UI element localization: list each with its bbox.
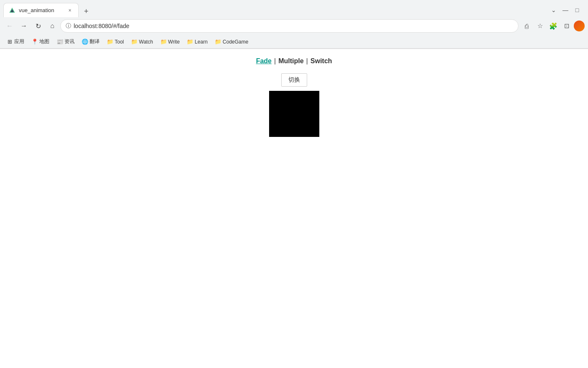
bookmark-learn-label: Learn [195,39,208,45]
apps-grid-icon: ⊞ [7,39,13,45]
bookmark-learn[interactable]: 📁 Learn [184,38,211,46]
bookmark-translate[interactable]: 🌐 翻译 [79,37,103,46]
nav-bar: ← → ↻ ⌂ ⓘ localhost:8080/#/fade ⎙ ☆ 🧩 [0,17,588,35]
bookmark-apps-label: 应用 [14,38,24,45]
bookmark-codegame-label: CodeGame [223,39,248,45]
separator-1: | [274,57,276,65]
tab-close-button[interactable]: × [67,7,73,14]
extensions-button[interactable]: 🧩 [547,20,560,32]
folder-icon-learn: 📁 [187,39,193,45]
page-content: Fade | Multiple | Switch 切换 [0,49,588,368]
bookmark-translate-label: 翻译 [90,38,100,45]
bookmark-news-label: 资讯 [64,38,74,45]
folder-icon-codegame: 📁 [215,39,221,45]
security-icon: ⓘ [66,22,71,30]
bookmark-watch-label: Watch [139,39,153,45]
nav-actions: ⎙ ☆ 🧩 ⊡ [520,20,585,32]
puzzle-icon: 🧩 [549,22,557,30]
bookmark-tool-label: Tool [115,39,124,45]
separator-2: | [306,57,308,65]
folder-icon-watch: 📁 [131,39,137,45]
reload-button[interactable]: ↻ [32,20,44,32]
bookmark-watch[interactable]: 📁 Watch [128,38,157,46]
fade-link[interactable]: Fade [256,57,272,65]
folder-icon-write: 📁 [161,39,167,45]
url-text: localhost:8080/#/fade [74,23,513,29]
page-nav-links: Fade | Multiple | Switch [256,57,332,65]
multiple-link[interactable]: Multiple [278,57,303,65]
new-tab-button[interactable]: + [80,5,92,17]
tab-title: vue_animation [19,7,63,13]
switch-button[interactable]: 切换 [281,73,307,87]
active-tab[interactable]: vue_animation × [3,3,79,17]
bookmark-maps[interactable]: 📍 地图 [28,37,53,46]
split-view-button[interactable]: ⊡ [560,20,573,32]
minimize-button[interactable]: — [561,6,570,14]
browser-chrome: vue_animation × + ⌄ — □ ← → ↻ ⌂ ⓘ localh… [0,0,588,49]
folder-icon-tool: 📁 [107,39,113,45]
bookmark-codegame[interactable]: 📁 CodeGame [212,38,252,46]
bookmark-maps-label: 地图 [39,38,49,45]
home-button[interactable]: ⌂ [46,20,59,32]
translate-icon: 🌐 [82,39,88,45]
switch-link[interactable]: Switch [311,57,332,65]
chevron-down-icon[interactable]: ⌄ [549,6,558,14]
window-controls: ⌄ — □ [549,6,585,14]
profile-avatar[interactable] [574,21,585,31]
bookmark-news[interactable]: 📰 资讯 [54,37,78,46]
bookmark-apps[interactable]: ⊞ 应用 [3,37,28,46]
tab-bar: vue_animation × + [3,3,549,17]
bookmark-button[interactable]: ☆ [534,20,546,32]
maps-icon: 📍 [32,39,38,45]
back-button[interactable]: ← [3,20,16,32]
title-bar: vue_animation × + ⌄ — □ [0,0,588,17]
share-button[interactable]: ⎙ [520,20,533,32]
news-icon: 📰 [57,39,63,45]
bookmark-tool[interactable]: 📁 Tool [104,38,127,46]
forward-button[interactable]: → [18,20,30,32]
address-bar[interactable]: ⓘ localhost:8080/#/fade [60,19,519,33]
maximize-button[interactable]: □ [573,6,581,14]
tab-favicon [9,7,15,14]
bookmark-write[interactable]: 📁 Write [157,38,183,46]
animation-box [269,91,319,137]
bookmarks-bar: ⊞ 应用 📍 地图 📰 资讯 🌐 翻译 📁 Tool 📁 Watch 📁 Wri… [0,35,588,49]
bookmark-write-label: Write [168,39,180,45]
